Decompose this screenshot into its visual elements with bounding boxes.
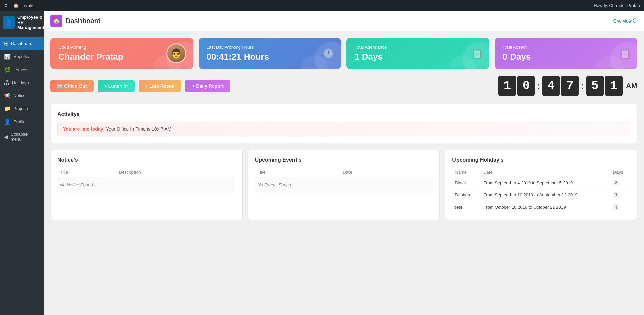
sidebar: 👤 Employee & HR Management ⊞ Dashboard 📊… bbox=[0, 11, 44, 315]
holidays-thead: Name Date Days bbox=[452, 168, 630, 177]
lunch-in-button[interactable]: + Lunch In bbox=[98, 80, 135, 92]
clock-d4: 7 bbox=[561, 76, 579, 96]
collapse-icon: ◀ bbox=[4, 134, 8, 140]
sidebar-item-profile[interactable]: 👤 Profile bbox=[0, 115, 44, 128]
sidebar-item-label: Holidays bbox=[12, 80, 29, 85]
profile-icon: 👤 bbox=[4, 119, 11, 125]
notices-no-data-row: No Notice Found.! bbox=[57, 177, 235, 193]
hours-label: Last Day Working Hours bbox=[207, 45, 333, 50]
notices-table: Title Description No Notice Found.! bbox=[57, 168, 235, 193]
clock-d6: 1 bbox=[605, 76, 623, 96]
sidebar-brand: 👤 Employee & HR Management bbox=[0, 11, 44, 34]
stat-cards: Good Morning Chander Pratap 👨 Last Day W… bbox=[50, 38, 637, 69]
sidebar-item-label: Leaves bbox=[13, 67, 28, 72]
clock-d3: 4 bbox=[542, 76, 560, 96]
overview-label: Overview bbox=[613, 18, 632, 24]
overview-info-icon: ⓘ bbox=[633, 18, 637, 24]
site-name[interactable]: wp52 bbox=[24, 3, 35, 8]
events-col-date: Date bbox=[340, 168, 433, 177]
clock-d5: 5 bbox=[586, 76, 604, 96]
page-header: 🏠 Dashboard Overview ⓘ bbox=[44, 11, 644, 31]
sidebar-item-collapse[interactable]: ◀ Collapse menu bbox=[0, 128, 44, 145]
holiday-date: From October 18 2019 to October 21 2019 bbox=[481, 201, 610, 213]
activities-title: Activitys bbox=[57, 111, 630, 117]
action-row: 🏢 Office Out + Lunch In + Late Reson + D… bbox=[50, 76, 637, 96]
avatar-image: 👨 bbox=[167, 44, 185, 62]
holiday-name: Dashera bbox=[452, 189, 481, 201]
absent-icon: 📋 bbox=[619, 48, 631, 59]
overview-link[interactable]: Overview ⓘ bbox=[613, 18, 637, 24]
daily-report-button[interactable]: + Daily Report bbox=[185, 80, 230, 92]
notices-col-title: Title bbox=[57, 168, 116, 177]
sidebar-item-label: Notice bbox=[13, 93, 26, 98]
reports-icon: 📊 bbox=[4, 53, 11, 60]
events-table: Title Date No Events Found.! bbox=[255, 168, 433, 193]
notices-col-desc: Description bbox=[116, 168, 235, 177]
holidays-icon: 🏖 bbox=[4, 80, 9, 86]
sidebar-item-notice[interactable]: 📢 Notice bbox=[0, 89, 44, 102]
admin-bar-right: Howdy, Chander Pratap bbox=[594, 3, 640, 8]
main-scroll: Good Morning Chander Pratap 👨 Last Day W… bbox=[44, 31, 644, 315]
wp-logo-icon[interactable]: ⚙ bbox=[4, 3, 8, 8]
greeting-label: Good Morning bbox=[58, 45, 185, 50]
admin-bar-left: ⚙ 🏠 wp52 bbox=[4, 3, 35, 8]
attendance-label: Total Attendance bbox=[355, 45, 481, 50]
site-home-icon[interactable]: 🏠 bbox=[13, 3, 19, 8]
events-thead: Title Date bbox=[255, 168, 433, 177]
brand-icon: 👤 bbox=[3, 16, 15, 29]
sidebar-item-projects[interactable]: 📁 Projects bbox=[0, 102, 44, 115]
content-area: 🏠 Dashboard Overview ⓘ Good Morning Chan… bbox=[44, 11, 644, 315]
holidays-title: Upcoming Holiday's bbox=[452, 157, 630, 163]
activity-alert-text: Your Office In Time is 10:47 AM bbox=[106, 126, 171, 132]
sidebar-item-reports[interactable]: 📊 Reports bbox=[0, 50, 44, 63]
holiday-name: test bbox=[452, 201, 481, 213]
dashboard-icon: ⊞ bbox=[4, 40, 8, 47]
sidebar-item-holidays[interactable]: 🏖 Holidays bbox=[0, 76, 44, 89]
user-avatar: 👨 bbox=[166, 43, 186, 63]
leaves-icon: 🌿 bbox=[4, 66, 11, 73]
absent-label: Total Absent bbox=[503, 45, 630, 50]
clock-d1: 1 bbox=[498, 76, 516, 96]
events-title: Upcoming Event's bbox=[255, 157, 433, 163]
late-reson-button[interactable]: + Late Reson bbox=[139, 80, 181, 92]
notices-tbody: No Notice Found.! bbox=[57, 177, 235, 193]
holidays-col-name: Name bbox=[452, 168, 481, 177]
activity-alert: You are late today! Your Office In Time … bbox=[57, 122, 630, 136]
clock-sep2: : bbox=[580, 80, 585, 92]
office-out-button[interactable]: 🏢 Office Out bbox=[50, 80, 94, 92]
sidebar-item-dashboard[interactable]: ⊞ Dashboard bbox=[0, 37, 44, 50]
notices-title: Notice's bbox=[57, 157, 235, 163]
events-no-data-row: No Events Found.! bbox=[255, 177, 433, 193]
sidebar-item-label: Dashboard bbox=[11, 41, 33, 46]
projects-icon: 📁 bbox=[4, 105, 11, 112]
holiday-date: From September 4 2019 to September 5 201… bbox=[481, 177, 610, 189]
notices-card: Notice's Title Description No Notice Fou… bbox=[50, 150, 243, 220]
stat-card-absent: Total Absent 0 Days 📋 bbox=[495, 38, 638, 69]
brand-label: Employee & HR Management bbox=[17, 15, 44, 30]
clock-d2: 0 bbox=[517, 76, 535, 96]
activities-section: Activitys You are late today! Your Offic… bbox=[50, 104, 637, 143]
holidays-tbody: Diwali From September 4 2019 to Septembe… bbox=[452, 177, 630, 213]
admin-bar: ⚙ 🏠 wp52 Howdy, Chander Pratap bbox=[0, 0, 644, 11]
sidebar-item-label: Reports bbox=[13, 54, 29, 59]
clock-display: 1 0 : 4 7 : 5 1 AM bbox=[498, 76, 637, 96]
sidebar-item-label: Profile bbox=[13, 119, 26, 124]
holiday-row: Diwali From September 4 2019 to Septembe… bbox=[452, 177, 630, 189]
activity-alert-bold: You are late today! bbox=[63, 126, 105, 132]
bottom-grid: Notice's Title Description No Notice Fou… bbox=[50, 150, 637, 220]
events-col-title: Title bbox=[255, 168, 340, 177]
sidebar-item-label: Collapse menu bbox=[11, 132, 40, 142]
page-header-left: 🏠 Dashboard bbox=[50, 15, 101, 27]
page-title: Dashboard bbox=[66, 17, 101, 25]
events-tbody: No Events Found.! bbox=[255, 177, 433, 193]
holidays-col-days: Days bbox=[610, 168, 630, 177]
notices-no-data: No Notice Found.! bbox=[57, 177, 235, 193]
holidays-table: Name Date Days Diwali From September 4 2… bbox=[452, 168, 630, 213]
sidebar-nav: ⊞ Dashboard 📊 Reports 🌿 Leaves 🏖 Holiday… bbox=[0, 34, 44, 315]
notice-icon: 📢 bbox=[4, 92, 11, 99]
user-greeting: Howdy, Chander Pratap bbox=[594, 3, 640, 8]
sidebar-item-leaves[interactable]: 🌿 Leaves bbox=[0, 63, 44, 76]
holiday-days: 4 bbox=[610, 201, 630, 213]
holidays-card: Upcoming Holiday's Name Date Days Diwali… bbox=[445, 150, 637, 220]
attendance-icon: 📋 bbox=[471, 48, 483, 59]
